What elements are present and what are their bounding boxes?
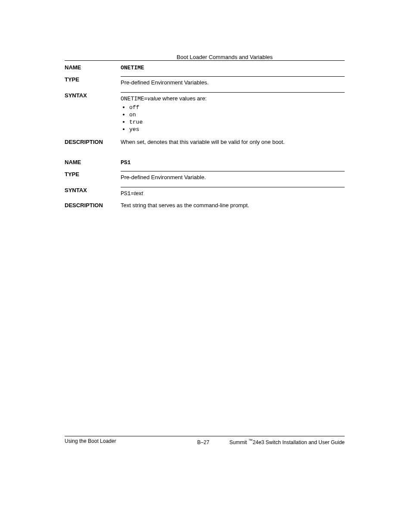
- entry2-desc-row: DESCRIPTION Text string that serves as t…: [65, 199, 345, 211]
- entry2-syntax-row: SYNTAX PS1=text: [65, 184, 345, 199]
- list-item: on: [129, 111, 345, 118]
- entry1-desc-value: When set, denotes that this variable wil…: [121, 139, 345, 145]
- entry1-type-row: TYPE Pre-defined Environment Variables.: [65, 74, 345, 90]
- arg-0: off: [129, 104, 139, 111]
- footer-right: B–27 Summit ™24e3 Switch Installation an…: [197, 438, 345, 445]
- footer-tm: ™: [249, 438, 253, 443]
- entry1-syntax-text: where values are:: [161, 95, 207, 102]
- entry1-name-label: NAME: [65, 64, 116, 71]
- entry2-syntax-value: PS1=: [121, 190, 134, 197]
- arg-3: yes: [129, 126, 139, 133]
- entry2-syntax-label: SYNTAX: [65, 187, 116, 193]
- list-item: true: [129, 118, 345, 125]
- entry2-name-label: NAME: [65, 159, 116, 165]
- entry1-syntax-label: SYNTAX: [65, 92, 116, 99]
- entry1-desc-label: DESCRIPTION: [65, 139, 116, 145]
- entry1-syntax-row: SYNTAX ONETIME=value where values are: o…: [65, 90, 345, 136]
- entry2-type-row: TYPE Pre-defined Environment Variable.: [65, 168, 345, 184]
- entry1-type-label: TYPE: [65, 76, 116, 83]
- entry1-desc-row: DESCRIPTION When set, denotes that this …: [65, 136, 345, 148]
- entry2-type-label: TYPE: [65, 171, 116, 177]
- list-item: yes: [129, 126, 345, 133]
- page-heading: Boot Loader Commands and Variables: [177, 54, 273, 60]
- entry2-name-row: NAME PS1: [65, 156, 345, 168]
- entry2-type-value: Pre-defined Environment Variable.: [121, 171, 345, 182]
- entry2-name-value: PS1: [121, 159, 131, 166]
- entry2-syntax-args: text: [134, 190, 143, 196]
- footer-product: Summit: [230, 439, 249, 445]
- footer-page-prefix: B: [197, 439, 201, 445]
- arg-2: true: [129, 119, 143, 125]
- entry1-type-value: Pre-defined Environment Variables.: [121, 77, 345, 87]
- entry2-desc-value: Text string that serves as the command-l…: [121, 202, 345, 208]
- entry1-syntax-value: ONETIME=: [121, 96, 147, 102]
- footer-page-num: 27: [203, 439, 209, 445]
- entry1-args-list: off on true yes: [121, 104, 345, 133]
- page-footer: Using the Boot Loader B–27 Summit ™24e3 …: [65, 436, 345, 445]
- entry1-name-value: ONETIME: [121, 65, 144, 71]
- footer-rest: 24e3 Switch Installation and User Guide: [253, 439, 345, 445]
- page-content: NAME ONETIME TYPE Pre-defined Environmen…: [65, 60, 345, 211]
- footer-left: Using the Boot Loader: [65, 438, 116, 444]
- entry2-desc-label: DESCRIPTION: [65, 202, 116, 208]
- arg-1: on: [129, 112, 136, 118]
- entry1-syntax-args: value: [147, 95, 161, 102]
- entry1-name-row: NAME ONETIME: [65, 61, 345, 74]
- list-item: off: [129, 104, 345, 111]
